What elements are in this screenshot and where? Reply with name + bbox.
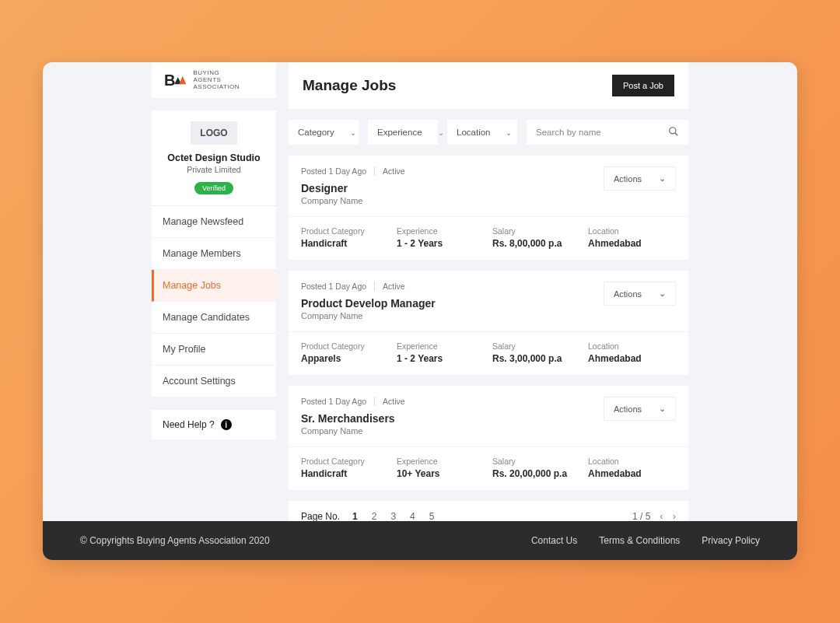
actions-label: Actions — [614, 289, 642, 299]
kv-value: 10+ Years — [397, 468, 485, 479]
pagination-label: Page No. — [301, 511, 340, 522]
job-actions-dropdown[interactable]: Actions ⌄ — [604, 282, 676, 306]
footer-copyright: © Copyrights Buying Agents Association 2… — [80, 535, 270, 546]
job-title: Designer — [301, 182, 405, 194]
filter-location-label: Location — [457, 128, 490, 137]
search-input[interactable] — [536, 128, 668, 137]
kv-value: Ahmedabad — [588, 238, 676, 249]
footer-link-privacy[interactable]: Privacy Policy — [702, 535, 760, 546]
sidebar-item-newsfeed[interactable]: Manage Newsfeed — [152, 206, 276, 238]
filter-experience[interactable]: Experience ⌄ — [368, 120, 438, 145]
page-next-icon[interactable]: › — [673, 510, 676, 521]
kv-value: Ahmedabad — [588, 353, 676, 364]
brand-text: BUYING AGENTS ASSOCIATION — [193, 70, 240, 90]
job-posted: Posted 1 Day Ago — [301, 282, 366, 291]
kv-value: Ahmedabad — [588, 468, 676, 479]
verified-badge: Verified — [194, 182, 233, 194]
job-status: Active — [383, 282, 405, 291]
kv-value: Apparels — [301, 353, 389, 364]
actions-label: Actions — [614, 174, 642, 184]
brand-line3: ASSOCIATION — [193, 84, 240, 91]
job-company: Company Name — [301, 311, 436, 320]
svg-marker-1 — [180, 75, 187, 84]
filter-experience-label: Experience — [377, 128, 422, 137]
kv-value: Rs. 20,00,000 p.a — [492, 468, 580, 479]
kv-label: Product Category — [301, 341, 389, 351]
kv-label: Location — [588, 341, 676, 351]
job-actions-dropdown[interactable]: Actions ⌄ — [604, 166, 676, 191]
kv-label: Salary — [492, 341, 580, 351]
content: Manage Jobs Post a Job Category ⌄ Experi… — [289, 62, 688, 521]
page-header: Manage Jobs Post a Job — [289, 62, 688, 109]
info-icon: i — [221, 419, 232, 430]
profile-card: LOGO Octet Design Studio Private Limited… — [152, 110, 276, 206]
filter-location[interactable]: Location ⌄ — [447, 120, 517, 145]
filter-category-label: Category — [298, 128, 334, 137]
footer-link-terms[interactable]: Terms & Conditions — [599, 535, 680, 546]
kv-value: 1 - 2 Years — [397, 238, 485, 249]
job-actions-dropdown[interactable]: Actions ⌄ — [604, 397, 676, 421]
need-help[interactable]: Need Help ? i — [152, 410, 276, 439]
pagination: Page No. 1 2 3 4 5 1 / 5 ‹ › — [289, 501, 688, 521]
sidebar-item-candidates[interactable]: Manage Candidates — [152, 302, 276, 334]
page-indicator: 1 / 5 — [632, 511, 650, 522]
sidebar-item-members[interactable]: Manage Members — [152, 238, 276, 270]
page-title: Manage Jobs — [303, 77, 396, 94]
search-icon[interactable] — [668, 126, 679, 139]
sidebar-item-jobs[interactable]: Manage Jobs — [152, 270, 276, 302]
kv-label: Experience — [397, 226, 485, 236]
sidebar-menu: Manage Newsfeed Manage Members Manage Jo… — [152, 206, 276, 397]
separator — [374, 397, 375, 406]
post-job-button[interactable]: Post a Job — [612, 75, 674, 96]
kv-label: Product Category — [301, 226, 389, 236]
job-posted: Posted 1 Day Ago — [301, 166, 366, 176]
page-link-5[interactable]: 5 — [428, 511, 436, 522]
kv-value: Rs. 3,00,000 p.a — [492, 353, 580, 364]
filters-row: Category ⌄ Experience ⌄ Location ⌄ — [289, 120, 688, 145]
page-link-1[interactable]: 1 — [351, 511, 359, 522]
page-link-4[interactable]: 4 — [408, 511, 417, 522]
chevron-down-icon: ⌄ — [438, 128, 444, 137]
page-link-3[interactable]: 3 — [389, 511, 397, 522]
footer-link-contact[interactable]: Contact Us — [531, 535, 577, 546]
job-status: Active — [383, 166, 405, 176]
job-title: Product Develop Manager — [301, 297, 436, 310]
kv-label: Experience — [397, 457, 485, 466]
kv-value: Rs. 8,00,000 p.a — [492, 238, 580, 249]
search-box — [527, 120, 688, 145]
svg-line-3 — [675, 132, 678, 135]
chevron-down-icon: ⌄ — [659, 404, 666, 414]
kv-value: Handicraft — [301, 238, 389, 249]
kv-label: Salary — [492, 457, 580, 466]
app-window: B BUYING AGENTS ASSOCIATION LOGO — [43, 62, 797, 560]
sidebar-item-profile[interactable]: My Profile — [152, 334, 276, 366]
app-footer: © Copyrights Buying Agents Association 2… — [43, 521, 797, 560]
job-status: Active — [383, 397, 405, 406]
sidebar-item-settings[interactable]: Account Settings — [152, 366, 276, 397]
job-company: Company Name — [301, 196, 405, 205]
job-posted: Posted 1 Day Ago — [301, 397, 366, 406]
logo-placeholder: LOGO — [191, 121, 236, 145]
kv-value: Handicraft — [301, 468, 389, 479]
sidebar: B BUYING AGENTS ASSOCIATION LOGO — [152, 62, 276, 521]
job-company: Company Name — [301, 426, 405, 436]
separator — [374, 166, 375, 176]
job-card: Posted 1 Day Ago Active Sr. Merchandiser… — [289, 386, 688, 490]
actions-label: Actions — [614, 404, 642, 414]
chevron-down-icon: ⌄ — [659, 289, 666, 299]
mountain-icon — [173, 75, 187, 86]
kv-label: Location — [588, 457, 676, 466]
kv-label: Experience — [397, 341, 485, 351]
filter-category[interactable]: Category ⌄ — [289, 120, 359, 145]
job-title: Sr. Merchandisers — [301, 412, 405, 425]
chevron-down-icon: ⌄ — [659, 173, 666, 184]
footer-links: Contact Us Terms & Conditions Privacy Po… — [531, 535, 760, 546]
kv-label: Location — [588, 226, 676, 236]
job-card: Posted 1 Day Ago Active Designer Company… — [289, 156, 688, 260]
kv-label: Product Category — [301, 457, 389, 466]
page-prev-icon[interactable]: ‹ — [660, 510, 663, 521]
main-area: B BUYING AGENTS ASSOCIATION LOGO — [43, 62, 797, 521]
page-link-2[interactable]: 2 — [370, 511, 379, 522]
need-help-label: Need Help ? — [163, 419, 215, 430]
kv-value: 1 - 2 Years — [397, 353, 485, 364]
